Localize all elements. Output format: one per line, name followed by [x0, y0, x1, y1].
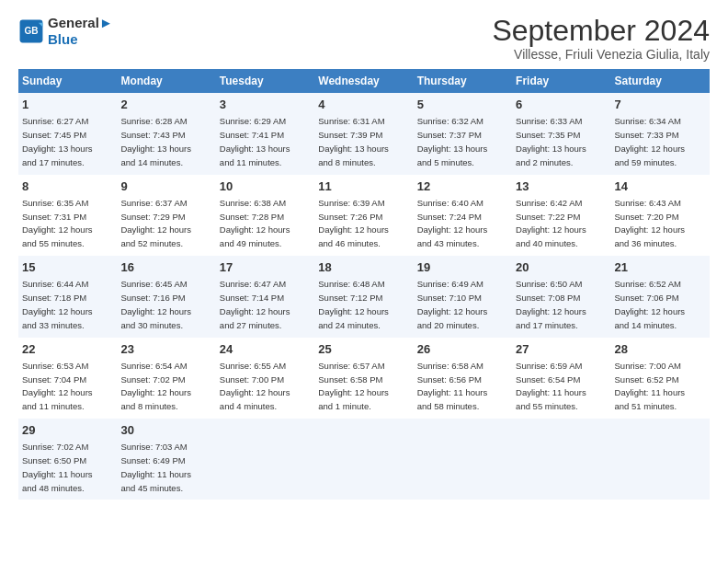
col-sunday: Sunday	[18, 69, 117, 93]
day-info-line: Daylight: 12 hours	[318, 306, 389, 316]
day-info-line: Sunrise: 6:48 AM	[318, 279, 384, 289]
day-info-line: and 14 minutes.	[615, 320, 677, 330]
title-block: September 2024 Villesse, Friuli Venezia …	[492, 15, 710, 62]
day-info-line: and 17 minutes.	[22, 157, 85, 167]
day-info-line: and 45 minutes.	[120, 483, 183, 493]
day-cell	[512, 419, 610, 500]
day-info-line: Sunrise: 6:38 AM	[220, 198, 286, 208]
day-info-line: and 2 minutes.	[516, 157, 573, 167]
day-info-line: Daylight: 12 hours	[417, 224, 488, 235]
day-number: 16	[120, 259, 211, 276]
day-info-line: and 33 minutes.	[22, 320, 85, 330]
day-info-line: Daylight: 12 hours	[220, 306, 290, 316]
day-cell: 13Sunrise: 6:42 AMSunset: 7:22 PMDayligh…	[512, 175, 610, 256]
day-info-line: and 11 minutes.	[220, 157, 282, 167]
day-info-line: Daylight: 12 hours	[120, 224, 191, 235]
day-info-line: Daylight: 13 hours	[417, 144, 488, 154]
day-cell	[611, 419, 710, 500]
header: GB General► Blue September 2024 Villesse…	[18, 15, 710, 62]
day-cell: 10Sunrise: 6:38 AMSunset: 7:28 PMDayligh…	[216, 175, 314, 256]
day-cell: 15Sunrise: 6:44 AMSunset: 7:18 PMDayligh…	[18, 256, 117, 337]
day-info-line: Daylight: 13 hours	[120, 144, 191, 154]
day-number: 19	[417, 259, 508, 276]
day-number: 7	[615, 97, 706, 113]
day-info-line: Sunset: 7:31 PM	[22, 212, 86, 222]
col-friday: Friday	[512, 69, 610, 93]
day-number: 25	[318, 341, 409, 358]
day-number: 2	[120, 97, 211, 113]
day-number: 17	[220, 259, 311, 276]
day-info-line: Sunrise: 6:54 AM	[120, 361, 187, 371]
day-number: 26	[417, 341, 508, 358]
day-cell: 23Sunrise: 6:54 AMSunset: 7:02 PMDayligh…	[117, 338, 215, 419]
day-cell: 5Sunrise: 6:32 AMSunset: 7:37 PMDaylight…	[414, 93, 512, 174]
day-cell	[414, 419, 512, 500]
day-info-line: and 55 minutes.	[516, 401, 578, 411]
day-info-line: Sunset: 7:26 PM	[318, 212, 382, 222]
day-info-line: Sunset: 7:20 PM	[615, 212, 679, 222]
day-info-line: and 51 minutes.	[615, 401, 677, 411]
day-info-line: Sunset: 6:49 PM	[120, 455, 185, 465]
day-info-line: Sunset: 7:29 PM	[120, 212, 185, 222]
day-info-line: and 59 minutes.	[615, 157, 677, 167]
day-info-line: and 5 minutes.	[417, 157, 474, 167]
day-cell: 21Sunrise: 6:52 AMSunset: 7:06 PMDayligh…	[611, 256, 710, 337]
day-number: 9	[120, 178, 211, 195]
day-cell: 25Sunrise: 6:57 AMSunset: 6:58 PMDayligh…	[314, 338, 413, 419]
day-info-line: Sunset: 7:28 PM	[220, 212, 284, 222]
day-info-line: Sunset: 7:24 PM	[417, 212, 482, 222]
day-info-line: Sunrise: 6:34 AM	[615, 116, 681, 126]
day-info-line: Daylight: 12 hours	[220, 387, 290, 397]
day-info-line: Daylight: 13 hours	[22, 144, 93, 154]
day-info-line: Daylight: 12 hours	[318, 224, 389, 235]
day-number: 24	[220, 341, 311, 358]
svg-text:GB: GB	[24, 26, 38, 36]
day-info-line: and 40 minutes.	[516, 238, 578, 248]
day-info-line: Sunset: 7:43 PM	[120, 130, 185, 140]
day-info-line: Sunrise: 6:31 AM	[318, 116, 384, 126]
day-info-line: Sunset: 7:08 PM	[516, 293, 580, 303]
day-info-line: Sunrise: 6:47 AM	[220, 279, 286, 289]
day-cell: 29Sunrise: 7:02 AMSunset: 6:50 PMDayligh…	[18, 419, 117, 500]
day-info-line: Sunset: 7:02 PM	[120, 374, 185, 385]
day-info-line: and 8 minutes.	[318, 157, 375, 167]
day-info-line: Daylight: 13 hours	[220, 144, 290, 154]
day-info-line: Daylight: 13 hours	[318, 144, 389, 154]
day-info-line: Daylight: 11 hours	[615, 387, 686, 397]
day-info-line: Daylight: 12 hours	[22, 387, 93, 397]
day-info-line: Daylight: 12 hours	[318, 387, 389, 397]
week-row-2: 8Sunrise: 6:35 AMSunset: 7:31 PMDaylight…	[18, 175, 710, 256]
day-number: 6	[516, 97, 607, 113]
col-saturday: Saturday	[611, 69, 710, 93]
day-number: 12	[417, 178, 508, 195]
day-info-line: Daylight: 12 hours	[615, 144, 686, 154]
day-cell: 26Sunrise: 6:58 AMSunset: 6:56 PMDayligh…	[414, 338, 512, 419]
day-cell: 16Sunrise: 6:45 AMSunset: 7:16 PMDayligh…	[117, 256, 215, 337]
day-number: 18	[318, 259, 409, 276]
day-info-line: Sunrise: 6:53 AM	[22, 361, 88, 371]
day-cell: 12Sunrise: 6:40 AMSunset: 7:24 PMDayligh…	[414, 175, 512, 256]
day-number: 13	[516, 178, 607, 195]
day-info-line: and 27 minutes.	[220, 320, 282, 330]
day-info-line: Sunrise: 6:55 AM	[220, 361, 286, 371]
day-number: 11	[318, 178, 409, 195]
day-info-line: and 43 minutes.	[417, 238, 480, 248]
day-info-line: Daylight: 12 hours	[220, 224, 290, 235]
day-cell: 4Sunrise: 6:31 AMSunset: 7:39 PMDaylight…	[314, 93, 413, 174]
day-info-line: Daylight: 12 hours	[120, 387, 191, 397]
day-info-line: Sunrise: 6:40 AM	[417, 198, 483, 208]
day-info-line: Sunrise: 6:39 AM	[318, 198, 384, 208]
day-info-line: and 52 minutes.	[120, 238, 183, 248]
day-number: 10	[220, 178, 311, 195]
day-info-line: Sunset: 6:50 PM	[22, 455, 86, 465]
day-info-line: and 8 minutes.	[120, 401, 177, 411]
day-info-line: Sunset: 7:35 PM	[516, 130, 580, 140]
day-cell: 22Sunrise: 6:53 AMSunset: 7:04 PMDayligh…	[18, 338, 117, 419]
day-cell: 30Sunrise: 7:03 AMSunset: 6:49 PMDayligh…	[117, 419, 215, 500]
day-info-line: and 14 minutes.	[120, 157, 183, 167]
day-info-line: Sunset: 7:33 PM	[615, 130, 679, 140]
day-cell: 1Sunrise: 6:27 AMSunset: 7:45 PMDaylight…	[18, 93, 117, 174]
day-cell	[216, 419, 314, 500]
day-cell: 7Sunrise: 6:34 AMSunset: 7:33 PMDaylight…	[611, 93, 710, 174]
day-number: 21	[615, 259, 706, 276]
